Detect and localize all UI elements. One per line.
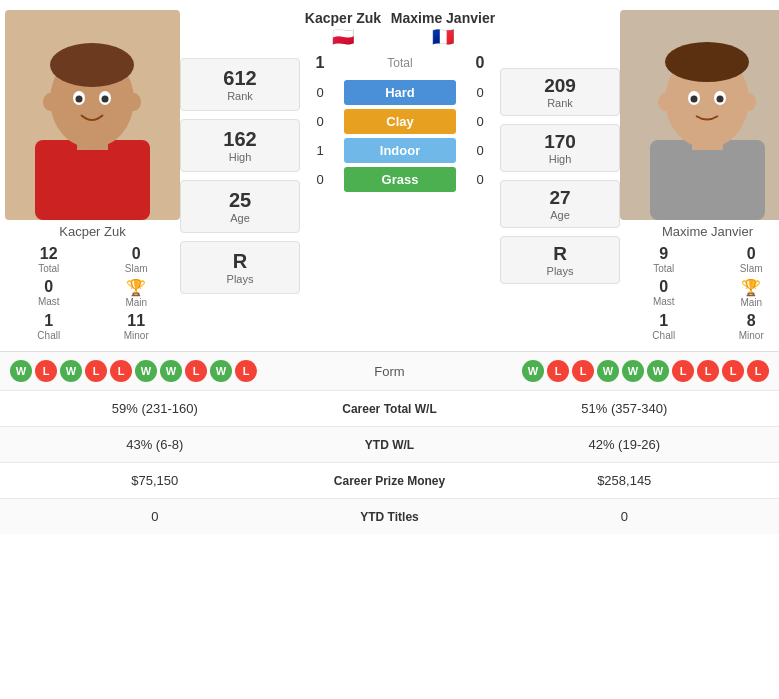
right-stats-panel-wrapper: 209 Rank 170 High 27 Age R Plays [500, 10, 620, 341]
form-badge-w: W [647, 360, 669, 382]
right-mast-label: Mast [653, 296, 675, 307]
left-age-box: 25 Age [180, 180, 300, 233]
left-rank-label: Rank [197, 90, 283, 102]
career-wl-right: 51% (357-340) [480, 401, 770, 416]
right-minor-value: 8 [747, 312, 756, 330]
indoor-badge: Indoor [344, 138, 456, 163]
form-badge-l: L [672, 360, 694, 382]
form-badge-l: L [35, 360, 57, 382]
form-badge-w: W [135, 360, 157, 382]
career-wl-left: 59% (231-160) [10, 401, 300, 416]
svg-rect-12 [650, 140, 765, 220]
form-badge-w: W [60, 360, 82, 382]
svg-point-7 [76, 96, 83, 103]
grass-badge: Grass [344, 167, 456, 192]
left-age-label: Age [197, 212, 283, 224]
right-chall-value: 1 [659, 312, 668, 330]
left-form-badges: WLWLLWWLWL [10, 360, 257, 382]
svg-point-4 [50, 43, 134, 87]
left-trophy-stat: 🏆 Main [93, 278, 181, 308]
right-mast-value: 0 [659, 278, 668, 296]
form-badge-l: L [85, 360, 107, 382]
ytd-wl-right: 42% (19-26) [480, 437, 770, 452]
right-high-box: 170 High [500, 124, 620, 172]
center-match-column: Kacper Zuk 🇵🇱 Maxime Janvier 🇫🇷 1 Total … [300, 10, 500, 341]
left-rank-box: 612 Rank [180, 58, 300, 111]
right-rank-label: Rank [513, 97, 607, 109]
left-slam-stat: 0 Slam [93, 245, 181, 274]
hard-row: 0 Hard 0 [300, 80, 500, 105]
grass-row: 0 Grass 0 [300, 167, 500, 192]
right-main-label: Main [740, 297, 762, 308]
right-high-value: 170 [513, 131, 607, 153]
clay-left-score: 0 [300, 114, 340, 129]
form-badge-l: L [547, 360, 569, 382]
right-name-header: Maxime Janvier [391, 10, 495, 26]
left-rank-value: 612 [197, 67, 283, 90]
right-slam-stat: 0 Slam [708, 245, 780, 274]
form-label: Form [257, 364, 522, 379]
total-right-score: 0 [460, 54, 500, 72]
left-mast-stat: 0 Mast [5, 278, 93, 308]
left-player-column: Kacper Zuk 12 Total 0 Slam 0 Mast 🏆 Main [5, 10, 180, 341]
total-row: 1 Total 0 [300, 54, 500, 72]
right-rank-box: 209 Rank [500, 68, 620, 116]
svg-point-9 [43, 93, 57, 111]
right-slam-label: Slam [740, 263, 763, 274]
grass-left-score: 0 [300, 172, 340, 187]
svg-point-20 [658, 93, 672, 111]
indoor-left-score: 1 [300, 143, 340, 158]
career-wl-label: Career Total W/L [300, 402, 480, 416]
left-chall-stat: 1 Chall [5, 312, 93, 341]
left-player-photo [5, 10, 180, 220]
clay-badge: Clay [344, 109, 456, 134]
form-badge-w: W [597, 360, 619, 382]
prize-right: $258,145 [480, 473, 770, 488]
player-comparison-section: Kacper Zuk 12 Total 0 Slam 0 Mast 🏆 Main [0, 0, 779, 351]
form-badge-l: L [697, 360, 719, 382]
left-minor-value: 11 [127, 312, 145, 330]
ytd-wl-label: YTD W/L [300, 438, 480, 452]
ytd-titles-row: 0 YTD Titles 0 [0, 498, 779, 534]
svg-point-15 [665, 42, 749, 82]
left-chall-label: Chall [37, 330, 60, 341]
svg-point-21 [742, 93, 756, 111]
left-high-label: High [197, 151, 283, 163]
right-player-photo [620, 10, 779, 220]
svg-rect-1 [35, 140, 150, 220]
left-player-stats: 12 Total 0 Slam 0 Mast 🏆 Main 1 Chall [5, 245, 180, 341]
right-plays-value: R [513, 243, 607, 265]
indoor-right-score: 0 [460, 143, 500, 158]
right-total-stat: 9 Total [620, 245, 708, 274]
form-badge-l: L [747, 360, 769, 382]
left-high-value: 162 [197, 128, 283, 151]
right-total-value: 9 [659, 245, 668, 263]
form-badge-w: W [210, 360, 232, 382]
left-total-stat: 12 Total [5, 245, 93, 274]
main-container: Kacper Zuk 12 Total 0 Slam 0 Mast 🏆 Main [0, 0, 779, 534]
right-player-stats: 9 Total 0 Slam 0 Mast 🏆 Main 1 Chall [620, 245, 779, 341]
right-minor-label: Minor [739, 330, 764, 341]
total-label: Total [340, 56, 460, 70]
left-plays-value: R [197, 250, 283, 273]
svg-point-10 [127, 93, 141, 111]
right-player-name: Maxime Janvier [662, 224, 753, 239]
left-minor-label: Minor [124, 330, 149, 341]
prize-left: $75,150 [10, 473, 300, 488]
left-main-label: Main [125, 297, 147, 308]
ytd-wl-row: 43% (6-8) YTD W/L 42% (19-26) [0, 426, 779, 462]
right-flag: 🇫🇷 [391, 26, 495, 48]
left-total-label: Total [38, 263, 59, 274]
right-trophy-icon: 🏆 [741, 278, 761, 297]
form-badge-l: L [110, 360, 132, 382]
svg-point-18 [691, 96, 698, 103]
left-slam-value: 0 [132, 245, 141, 263]
ytd-wl-left: 43% (6-8) [10, 437, 300, 452]
right-rank-value: 209 [513, 75, 607, 97]
left-minor-stat: 11 Minor [93, 312, 181, 341]
left-slam-label: Slam [125, 263, 148, 274]
right-trophy-stat: 🏆 Main [708, 278, 780, 308]
right-plays-label: Plays [513, 265, 607, 277]
ytd-titles-left: 0 [10, 509, 300, 524]
left-chall-value: 1 [44, 312, 53, 330]
